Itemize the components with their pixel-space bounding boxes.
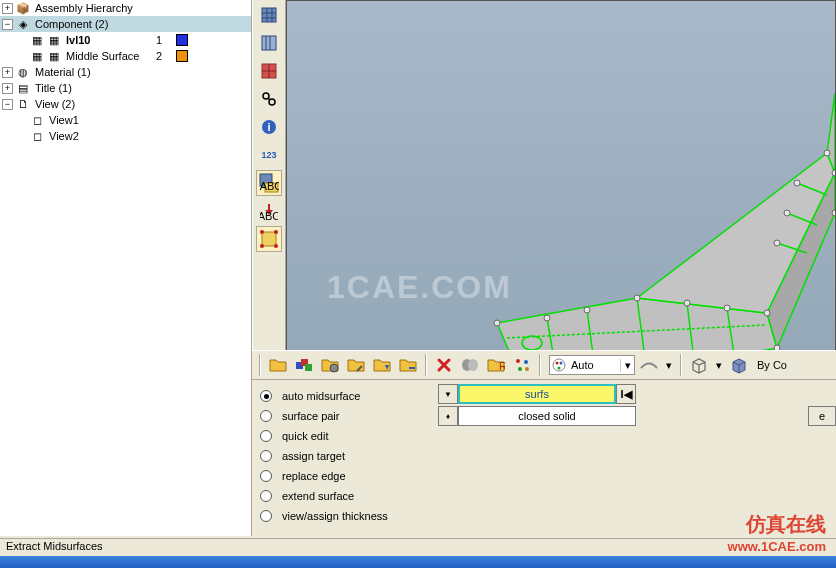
tree-item-component[interactable]: − ◈ Component (2)	[0, 16, 251, 32]
radio-label: surface pair	[282, 410, 339, 422]
collapse-icon[interactable]: −	[2, 19, 13, 30]
tree-item-assembly[interactable]: + 📦 Assembly Hierarchy	[0, 0, 251, 16]
svg-point-48	[824, 150, 830, 156]
radio-icon[interactable]	[260, 470, 272, 482]
tree-item-view-child[interactable]: ◻ View1	[0, 112, 251, 128]
tree-label: View1	[47, 114, 81, 126]
view-icon: 🗋	[16, 97, 30, 111]
selector-toggle-button[interactable]: ▼	[438, 384, 458, 404]
view-icon: ◻	[30, 113, 44, 127]
surface-button[interactable]	[637, 353, 661, 377]
svg-point-82	[524, 360, 528, 364]
surfs-selector[interactable]: surfs	[458, 384, 616, 404]
folder-wrench-button[interactable]	[344, 353, 368, 377]
color-swatch[interactable]	[176, 50, 188, 62]
mesh-icon: ▦	[47, 33, 61, 47]
tree-label: Title (1)	[33, 82, 74, 94]
svg-line-13	[268, 98, 270, 100]
svg-point-88	[558, 367, 561, 370]
radio-icon[interactable]	[260, 390, 272, 402]
view-icon: ◻	[30, 129, 44, 143]
shaded-cube-button[interactable]	[727, 353, 751, 377]
model-tree[interactable]: + 📦 Assembly Hierarchy − ◈ Component (2)…	[0, 0, 252, 536]
collapse-icon[interactable]: −	[2, 99, 13, 110]
scatter-button[interactable]	[510, 353, 534, 377]
svg-point-44	[764, 310, 770, 316]
folder-down-button[interactable]	[370, 353, 394, 377]
radio-icon[interactable]	[260, 450, 272, 462]
mesh-icon: ▦	[30, 49, 44, 63]
folder-gear-button[interactable]	[318, 353, 342, 377]
find-button[interactable]	[256, 86, 282, 112]
closed-solid-selector[interactable]: closed solid	[458, 406, 636, 426]
color-swatch[interactable]	[176, 34, 188, 46]
display-mode-1-button[interactable]	[256, 2, 282, 28]
selector-toggle-button[interactable]: ♦	[438, 406, 458, 426]
numbers-button[interactable]: 123	[256, 142, 282, 168]
folder-button[interactable]	[266, 353, 290, 377]
expand-icon[interactable]: +	[2, 3, 13, 14]
components-button[interactable]	[292, 353, 316, 377]
tree-item-material[interactable]: + ◍ Material (1)	[0, 64, 251, 80]
folder-ref-button[interactable]: R	[484, 353, 508, 377]
dropdown-icon[interactable]: ▾	[713, 353, 725, 377]
svg-rect-75	[305, 364, 312, 371]
arrow-down-button[interactable]: ABC	[256, 198, 282, 224]
label-abc-button[interactable]: ABC	[256, 170, 282, 196]
radio-icon[interactable]	[260, 410, 272, 422]
display-mode-2-button[interactable]	[256, 30, 282, 56]
byco-label: By Co	[757, 359, 787, 371]
svg-point-61	[794, 180, 800, 186]
tree-item-comp-child[interactable]: ▦ ▦ Middle Surface 2	[0, 48, 251, 64]
tree-label: Material (1)	[33, 66, 93, 78]
option-radio-row[interactable]: assign target	[260, 446, 828, 466]
svg-point-51	[544, 315, 550, 321]
tree-item-comp-child[interactable]: ▦ ▦ lvl10 1	[0, 32, 251, 48]
auto-color-combo[interactable]: Auto ▾	[549, 355, 635, 375]
option-radio-row[interactable]: replace edge	[260, 466, 828, 486]
radio-icon[interactable]	[260, 510, 272, 522]
expand-icon[interactable]: +	[2, 67, 13, 78]
svg-point-53	[684, 300, 690, 306]
tree-label: View (2)	[33, 98, 77, 110]
folder-arrow-button[interactable]	[396, 353, 420, 377]
display-mode-3-button[interactable]	[256, 58, 282, 84]
svg-point-84	[525, 367, 529, 371]
title-icon: ▤	[16, 81, 30, 95]
option-radio-row[interactable]: extend surface	[260, 486, 828, 506]
radio-label: assign target	[282, 450, 345, 462]
option-radio-row[interactable]: view/assign thickness	[260, 506, 828, 526]
tree-item-title[interactable]: + ▤ Title (1)	[0, 80, 251, 96]
radio-label: replace edge	[282, 470, 346, 482]
dropdown-icon[interactable]: ▾	[620, 359, 634, 372]
extract-button[interactable]: e	[808, 406, 836, 426]
svg-point-60	[774, 240, 780, 246]
option-radio-row[interactable]: quick edit	[260, 426, 828, 446]
watermark: 1CAE.COM	[327, 269, 512, 306]
radio-icon[interactable]	[260, 490, 272, 502]
svg-text:ABC: ABC	[260, 210, 278, 220]
svg-text:i: i	[267, 121, 270, 133]
svg-point-87	[560, 362, 563, 365]
delete-button[interactable]	[432, 353, 456, 377]
info-button[interactable]: i	[256, 114, 282, 140]
wireframe-cube-button[interactable]	[687, 353, 711, 377]
dropdown-icon[interactable]: ▾	[663, 353, 675, 377]
shaded-button[interactable]	[458, 353, 482, 377]
component-index: 1	[156, 34, 162, 46]
svg-point-24	[274, 230, 278, 234]
watermark-cn: 仿真在线	[746, 511, 826, 538]
radio-icon[interactable]	[260, 430, 272, 442]
radio-label: quick edit	[282, 430, 328, 442]
expand-icon[interactable]: +	[2, 83, 13, 94]
select-rect-button[interactable]	[256, 226, 282, 252]
tree-item-view-child[interactable]: ◻ View2	[0, 128, 251, 144]
svg-point-86	[556, 362, 559, 365]
taskbar[interactable]	[0, 556, 836, 568]
assembly-icon: 📦	[16, 1, 30, 15]
material-icon: ◍	[16, 65, 30, 79]
tree-item-view[interactable]: − 🗋 View (2)	[0, 96, 251, 112]
svg-point-81	[516, 359, 520, 363]
tree-label: Component (2)	[33, 18, 110, 30]
reset-selection-button[interactable]: I◀	[616, 384, 636, 404]
